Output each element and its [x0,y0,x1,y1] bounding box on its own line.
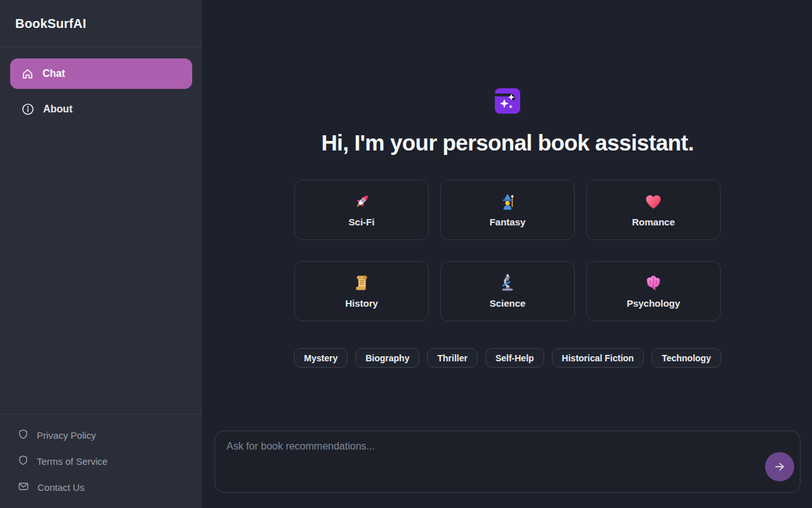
send-button[interactable] [765,452,794,481]
sidebar-item-label: About [43,104,72,115]
category-card-label: Fantasy [490,217,526,227]
sidebar-footer: Privacy Policy Terms of Service Contact … [0,414,202,508]
hero-section: Hi, I'm your personal book assistant. Sc… [203,0,812,368]
shield-icon [18,455,29,467]
scroll-emoji-icon [352,274,371,293]
sidebar: BookSurfAI Chat About [0,0,203,508]
shield-icon [18,429,29,441]
mage-emoji-icon [498,192,517,211]
category-card-label: Psychology [627,298,680,309]
pill-mystery[interactable]: Mystery [294,348,348,368]
category-card-science[interactable]: Science [440,261,575,321]
genre-pills: Mystery Biography Thriller Self-Help His… [294,348,721,368]
pill-thriller[interactable]: Thriller [427,348,477,368]
pill-technology[interactable]: Technology [652,348,721,368]
footer-link-label: Privacy Policy [37,430,96,441]
microscope-emoji-icon [498,274,517,293]
composer [214,431,801,493]
category-cards: Sci-Fi Fantasy [294,180,721,321]
home-icon [22,68,34,80]
category-card-history[interactable]: History [294,261,429,321]
category-card-label: History [345,298,378,309]
hero-heading: Hi, I'm your personal book assistant. [321,130,693,156]
sidebar-item-chat[interactable]: Chat [10,58,192,89]
pill-historical-fiction[interactable]: Historical Fiction [552,348,645,368]
pill-biography[interactable]: Biography [355,348,419,368]
app-title: BookSurfAI [15,17,187,31]
terms-of-service-link[interactable]: Terms of Service [10,455,192,467]
mail-icon [18,481,29,494]
sidebar-header: BookSurfAI [0,0,202,47]
sidebar-item-about[interactable]: About [10,94,192,124]
info-icon [22,103,34,116]
footer-link-label: Terms of Service [37,456,108,467]
privacy-policy-link[interactable]: Privacy Policy [10,429,192,441]
rocket-emoji-icon [352,192,371,211]
footer-link-label: Contact Us [37,482,84,493]
category-card-romance[interactable]: Romance [586,180,721,240]
sidebar-item-label: Chat [43,68,65,79]
category-card-sci-fi[interactable]: Sci-Fi [294,180,429,240]
brain-emoji-icon [644,274,663,293]
category-card-psychology[interactable]: Psychology [586,261,721,321]
book-sparkles-icon [495,88,520,114]
main-content: Hi, I'm your personal book assistant. Sc… [203,0,812,508]
pill-self-help[interactable]: Self-Help [485,348,544,368]
heart-emoji-icon [644,192,663,211]
category-card-label: Sci-Fi [349,217,375,227]
category-card-fantasy[interactable]: Fantasy [440,180,575,240]
category-card-label: Science [490,298,526,309]
arrow-right-icon [773,460,786,473]
message-input[interactable] [214,431,801,493]
sidebar-nav: Chat About [0,47,202,124]
contact-us-link[interactable]: Contact Us [10,481,192,494]
category-card-label: Romance [632,217,675,227]
